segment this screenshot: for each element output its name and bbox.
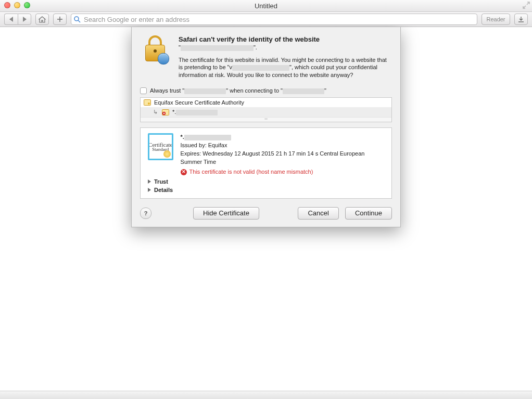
help-button[interactable]: ? <box>140 208 151 219</box>
dialog-heading: Safari can't verify the identity of the … <box>179 35 392 43</box>
home-icon <box>39 16 46 23</box>
fullscreen-icon[interactable] <box>523 2 530 9</box>
disclosure-triangle-icon <box>148 188 151 192</box>
tree-indent-icon: ↳ <box>153 109 158 115</box>
window-title: Untitled <box>0 2 532 10</box>
plus-icon <box>57 16 63 22</box>
svg-point-3 <box>148 102 150 105</box>
reader-button[interactable]: Reader <box>482 14 510 25</box>
certificate-invalid-status: ✕ This certificate is not valid (host na… <box>181 168 385 176</box>
certificate-invalid-icon <box>162 109 169 115</box>
search-icon <box>73 16 81 23</box>
svg-line-1 <box>78 20 80 22</box>
always-trust-label: Always trust "" when connecting to "" <box>150 87 326 94</box>
safari-badge-icon <box>158 53 169 65</box>
chain-root-item[interactable]: Equifax Secure Certificate Authority <box>141 98 391 107</box>
address-bar[interactable]: Search Google or enter an address <box>71 14 477 25</box>
certificate-icon <box>144 99 151 106</box>
certificate-thumbnail-icon: Certificate Standard <box>148 133 173 160</box>
dialog-body: The certificate for this website is inva… <box>179 56 392 80</box>
redacted-hostname <box>232 65 289 71</box>
certificate-warning-dialog: Safari can't verify the identity of the … <box>131 27 401 227</box>
disclosure-triangle-icon <box>148 179 151 184</box>
chevron-right-icon <box>23 17 27 22</box>
certificate-issuer: Issued by: Equifax <box>181 141 385 150</box>
certificate-chain: Equifax Secure Certificate Authority ↳ *… <box>140 97 392 122</box>
window-titlebar: Untitled <box>0 0 532 12</box>
always-trust-checkbox[interactable] <box>140 87 147 94</box>
cancel-button[interactable]: Cancel <box>298 207 338 220</box>
chevron-left-icon <box>9 17 13 22</box>
svg-point-0 <box>74 17 79 21</box>
certificate-details: Certificate Standard *. Issued by: Equif… <box>140 127 392 199</box>
redacted-hostname <box>181 45 254 51</box>
browser-toolbar: Search Google or enter an address Reader <box>0 12 532 27</box>
home-button[interactable] <box>35 14 49 25</box>
certificate-subject: *. <box>181 133 385 141</box>
chain-resize-handle[interactable]: ═ <box>141 117 391 122</box>
window-resize-bar <box>0 391 532 399</box>
svg-rect-2 <box>144 100 151 106</box>
chain-leaf-item[interactable]: ↳ *. <box>141 107 391 117</box>
downloads-button[interactable] <box>514 14 528 25</box>
continue-button[interactable]: Continue <box>345 207 392 220</box>
back-button[interactable] <box>4 14 18 25</box>
address-placeholder: Search Google or enter an address <box>84 16 189 23</box>
lock-icon <box>140 35 171 79</box>
certificate-expiry: Expires: Wednesday 12 August 2015 21 h 1… <box>181 150 385 166</box>
download-icon <box>518 16 524 22</box>
hide-certificate-button[interactable]: Hide Certificate <box>193 207 259 220</box>
details-disclosure[interactable]: Details <box>148 187 385 193</box>
error-icon: ✕ <box>181 169 187 175</box>
new-tab-button[interactable] <box>53 14 67 25</box>
trust-disclosure[interactable]: Trust <box>148 178 385 185</box>
forward-button[interactable] <box>18 14 31 25</box>
